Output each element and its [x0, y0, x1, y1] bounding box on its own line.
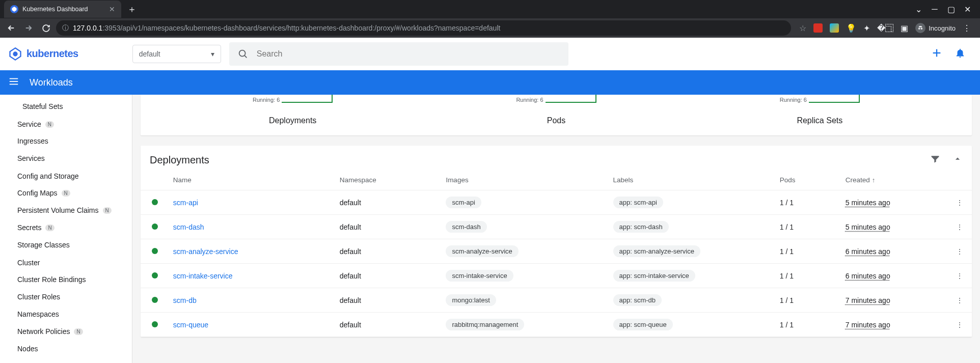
col-labels[interactable]: Labels — [609, 170, 776, 190]
extensions-puzzle-icon[interactable]: ✦ — [863, 23, 870, 33]
new-badge: N — [45, 225, 54, 231]
image-chip: scm-dash — [446, 221, 486, 233]
minimize-icon[interactable]: ─ — [931, 5, 938, 14]
image-chip: scm-intake-service — [446, 270, 513, 282]
created-timestamp: 6 minutes ago — [846, 247, 890, 256]
running-count: Running: 6 — [780, 97, 860, 103]
sidebar: Stateful SetsServiceNIngressesServicesCo… — [0, 95, 132, 363]
deployments-table: Name Namespace Images Labels Pods Create… — [141, 170, 972, 337]
extension-icon-3[interactable]: 💡 — [846, 23, 856, 33]
sidebar-item[interactable]: Stateful Sets — [0, 98, 132, 115]
workload-status-card: Running: 6DeploymentsRunning: 6PodsRunni… — [141, 95, 972, 135]
sidebar-item-label: Cluster Role Bindings — [17, 275, 86, 284]
notifications-icon[interactable] — [955, 47, 966, 61]
collapse-icon[interactable] — [952, 154, 963, 166]
chevron-down-icon[interactable]: ⌄ — [915, 5, 922, 14]
sidebar-section[interactable]: ServiceN — [0, 115, 132, 132]
sidebar-item-label: Cluster Roles — [17, 293, 60, 301]
col-created[interactable]: Created↑ — [841, 170, 947, 190]
col-pods[interactable]: Pods — [776, 170, 841, 190]
star-icon[interactable]: ☆ — [799, 23, 806, 33]
sidebar-item[interactable]: Persistent Volume ClaimsN — [0, 202, 132, 219]
row-menu-button[interactable]: ⋮ — [947, 264, 972, 288]
sidebar-item-label: Ingresses — [17, 137, 48, 145]
status-column: Running: 6Pods — [424, 95, 688, 125]
table-row: scm-analyze-servicedefaultscm-analyze-se… — [141, 239, 972, 264]
label-chip: app: scm-db — [613, 294, 662, 306]
sidebar-item[interactable]: Services — [0, 150, 132, 167]
svg-line-6 — [244, 55, 247, 58]
close-window-icon[interactable]: ✕ — [964, 5, 971, 14]
app-header: kubernetes default ▾ — [0, 38, 980, 70]
reading-list-icon[interactable]: �⿹ — [877, 23, 893, 33]
extension-icon-1[interactable] — [813, 23, 823, 33]
sidebar-section[interactable]: Cluster — [0, 254, 132, 271]
sidebar-item[interactable]: Cluster Roles — [0, 288, 132, 305]
sidebar-item[interactable]: Namespaces — [0, 305, 132, 323]
row-menu-button[interactable]: ⋮ — [947, 313, 972, 337]
table-row: scm-dashdefaultscm-dashapp: scm-dash1 / … — [141, 215, 972, 239]
running-count: Running: 6 — [253, 97, 333, 103]
status-cell — [141, 288, 169, 313]
forward-button[interactable] — [21, 21, 36, 35]
url-bar[interactable]: ⓘ 127.0.0.1:3953/api/v1/namespaces/kuber… — [56, 20, 791, 36]
created-timestamp: 6 minutes ago — [846, 272, 890, 280]
sidebar-item-label: Storage Classes — [17, 241, 70, 249]
pods-cell: 1 / 1 — [776, 215, 841, 239]
sidebar-item[interactable]: Config MapsN — [0, 184, 132, 202]
created-timestamp: 7 minutes ago — [846, 296, 890, 304]
col-namespace[interactable]: Namespace — [336, 170, 442, 190]
search-box[interactable] — [229, 42, 568, 66]
incognito-icon — [915, 23, 925, 33]
browser-chrome: Kubernetes Dashboard ✕ ＋ ⌄ ─ ▢ ✕ ⓘ 127.0… — [0, 0, 980, 38]
deployment-name-link[interactable]: scm-intake-service — [173, 272, 233, 280]
deployment-name-link[interactable]: scm-db — [173, 296, 197, 304]
created-timestamp: 5 minutes ago — [846, 199, 890, 207]
back-button[interactable] — [4, 21, 18, 35]
deployment-name-link[interactable]: scm-api — [173, 199, 198, 207]
sidebar-item[interactable]: Network PoliciesN — [0, 323, 132, 340]
sidebar-item-label: Config Maps — [17, 189, 58, 197]
extension-icon-2[interactable] — [830, 23, 839, 33]
col-images[interactable]: Images — [442, 170, 609, 190]
reload-button[interactable] — [39, 21, 53, 35]
deployment-name-link[interactable]: scm-analyze-service — [173, 247, 238, 256]
namespace-cell: default — [336, 239, 442, 264]
browser-tab[interactable]: Kubernetes Dashboard ✕ — [4, 1, 121, 18]
sidebar-item[interactable]: Nodes — [0, 340, 132, 357]
sidebar-section[interactable]: Config and Storage — [0, 167, 132, 184]
side-panel-icon[interactable]: ▣ — [901, 23, 908, 33]
svg-marker-0 — [12, 7, 17, 12]
filter-icon[interactable] — [930, 154, 940, 166]
create-button[interactable] — [931, 47, 942, 61]
namespace-select[interactable]: default ▾ — [132, 45, 221, 63]
browser-menu-icon[interactable]: ⋮ — [963, 23, 971, 33]
sidebar-item[interactable]: SecretsN — [0, 219, 132, 236]
status-cell — [141, 239, 169, 264]
col-name[interactable]: Name — [169, 170, 336, 190]
row-menu-button[interactable]: ⋮ — [947, 288, 972, 313]
label-chip: app: scm-api — [613, 197, 663, 208]
deployment-name-link[interactable]: scm-dash — [173, 223, 204, 231]
sidebar-item-label: Services — [17, 154, 45, 162]
search-input[interactable] — [257, 49, 560, 59]
status-dot-running — [152, 248, 158, 254]
new-tab-button[interactable]: ＋ — [121, 3, 143, 15]
status-dot-running — [152, 297, 158, 303]
sidebar-item[interactable]: Cluster Role Bindings — [0, 271, 132, 288]
menu-toggle-button[interactable] — [8, 76, 19, 90]
deployment-name-link[interactable]: scm-queue — [173, 321, 208, 329]
row-menu-button[interactable]: ⋮ — [947, 190, 972, 215]
sidebar-item[interactable]: Ingresses — [0, 132, 132, 150]
status-dot-running — [152, 272, 158, 278]
sidebar-item[interactable]: Storage Classes — [0, 236, 132, 254]
status-dot-running — [152, 224, 158, 230]
row-menu-button[interactable]: ⋮ — [947, 215, 972, 239]
row-menu-button[interactable]: ⋮ — [947, 239, 972, 264]
tab-title: Kubernetes Dashboard — [22, 6, 88, 13]
kubernetes-logo[interactable]: kubernetes — [8, 47, 78, 61]
image-chip: scm-analyze-service — [446, 245, 518, 257]
close-tab-icon[interactable]: ✕ — [109, 5, 115, 13]
maximize-icon[interactable]: ▢ — [947, 5, 955, 14]
deployments-title: Deployments — [150, 154, 209, 166]
